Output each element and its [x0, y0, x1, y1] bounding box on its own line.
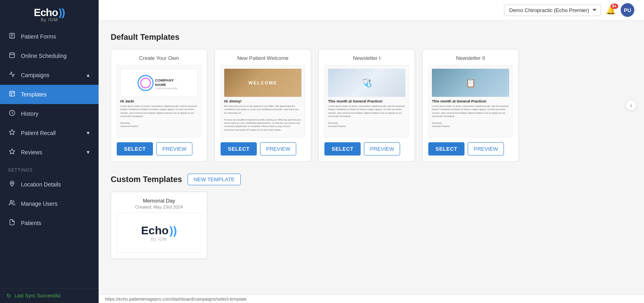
sidebar-item-templates[interactable]: Templates	[0, 85, 99, 104]
reviews-icon	[8, 148, 16, 156]
card2-actions: SELECT PREVIEW	[221, 142, 305, 156]
sidebar-label-location-details: Location Details	[21, 181, 61, 188]
card-preview-create-your-own: COMPANY NAME YOUR SLOGAN HERE Hi Jack! L…	[117, 65, 201, 137]
patient-recall-icon	[8, 129, 16, 137]
svg-point-14	[11, 182, 13, 184]
svg-rect-8	[10, 91, 14, 96]
sidebar-item-patients[interactable]: Patients	[0, 213, 99, 233]
select-button-newsletter-i[interactable]: SELECT	[324, 142, 361, 156]
card3-actions: SELECT PREVIEW	[324, 142, 409, 156]
content-area: Default Templates Create Your Own COMPAN…	[99, 20, 644, 295]
echo-logo-accent-in-card: ))	[169, 224, 177, 237]
svg-text:YOUR SLOGAN HERE: YOUR SLOGAN HERE	[155, 87, 178, 89]
card-title-create-your-own: Create Your Own	[117, 55, 201, 61]
sidebar-item-patient-forms[interactable]: Patient Forms	[0, 27, 99, 46]
status-url: https://echo.patientenagepro.com/dashboa…	[105, 297, 247, 301]
svg-text:NAME: NAME	[155, 82, 166, 86]
company-logo-preview: COMPANY NAME YOUR SLOGAN HERE	[120, 69, 198, 97]
default-templates-row-container: Create Your Own COMPANY NAME YOUR SLOGAN…	[111, 49, 632, 162]
svg-rect-4	[10, 53, 14, 58]
patients-icon	[8, 219, 16, 227]
templates-icon	[8, 90, 16, 98]
user-avatar-button[interactable]: PU	[621, 3, 634, 17]
card4-body: Lorem ipsum dolor sit amet, consectetur …	[432, 104, 509, 128]
online-scheduling-icon	[8, 52, 16, 60]
campaigns-icon	[8, 71, 16, 79]
new-template-button[interactable]: NEW TEMPLATE	[188, 174, 240, 185]
select-button-create-your-own[interactable]: SELECT	[117, 142, 153, 156]
template-card-newsletter-i: Newsletter I 🩺 This month at General Pra…	[318, 49, 415, 162]
location-select[interactable]: Demo Chiropractic (Echo Premier)	[504, 4, 601, 16]
card-preview-new-patient-welcome: WELCOME Hi Jimmy! We welcome you as a ne…	[221, 65, 305, 137]
preview-button-create-your-own[interactable]: PREVIEW	[156, 142, 192, 156]
stethoscope-image-1: 🩺	[328, 69, 405, 97]
custom-templates-title: Custom Templates	[111, 175, 182, 184]
select-button-newsletter-ii[interactable]: SELECT	[428, 142, 464, 156]
card2-body: We welcome you as a new patient to our o…	[224, 104, 301, 131]
svg-point-16	[138, 75, 153, 90]
sidebar-item-patient-recall[interactable]: Patient Recall ▼	[0, 123, 99, 143]
sidebar-label-history: History	[21, 111, 39, 117]
preview-button-new-patient-welcome[interactable]: PREVIEW	[260, 142, 296, 156]
settings-section-label: Settings	[0, 162, 99, 175]
card-title-new-patient-welcome: New Patient Welcome	[221, 55, 305, 61]
main-panel: Demo Chiropractic (Echo Premier) 🔔 9+ PU…	[99, 0, 644, 303]
card-preview-newsletter-i: 🩺 This month at General Practice! Lorem …	[324, 65, 409, 137]
preview-button-newsletter-ii[interactable]: PREVIEW	[468, 142, 504, 156]
svg-point-15	[10, 201, 12, 203]
default-templates-title: Default Templates	[111, 33, 632, 42]
sync-icon: ↻	[6, 293, 11, 299]
custom-card-title-memorial-day: Memorial Day	[117, 198, 201, 204]
history-icon	[8, 110, 16, 118]
card-title-newsletter-ii: Newsletter II	[428, 55, 513, 61]
svg-point-17	[141, 78, 151, 88]
card3-heading: This month at General Practice!	[328, 99, 405, 103]
sidebar-label-manage-users: Manage Users	[21, 201, 58, 207]
notifications-button[interactable]: 🔔 9+	[606, 5, 616, 15]
default-templates-row: Create Your Own COMPANY NAME YOUR SLOGAN…	[111, 49, 632, 162]
echo-logo-in-card: Echo	[141, 224, 168, 237]
logo-accent: ))	[59, 6, 65, 19]
card3-body: Lorem ipsum dolor sit amet, consectetur …	[328, 104, 405, 128]
custom-template-card-memorial-day: Memorial Day Created: May 23rd 2024 Echo…	[111, 192, 207, 259]
scroll-right-arrow[interactable]: ›	[625, 100, 637, 111]
template-card-create-your-own: Create Your Own COMPANY NAME YOUR SLOGAN…	[111, 49, 207, 162]
sync-status: ↻ Last Sync Successful	[0, 288, 99, 303]
campaigns-arrow: ▲	[86, 72, 91, 78]
card1-heading: Hi Jack!	[120, 99, 198, 103]
svg-text:COMPANY: COMPANY	[155, 78, 174, 82]
echo-sub-in-card: By IOM	[141, 237, 177, 242]
welcome-image: WELCOME	[224, 69, 301, 97]
notification-badge: 9+	[611, 4, 618, 9]
sidebar-item-online-scheduling[interactable]: Online Scheduling	[0, 46, 99, 66]
sidebar-label-reviews: Reviews	[21, 149, 42, 156]
statusbar: https://echo.patientenagepro.com/dashboa…	[99, 295, 644, 303]
location-details-icon	[8, 180, 16, 188]
sidebar-item-reviews[interactable]: Reviews ▼	[0, 143, 99, 162]
sidebar-logo: Echo )) By IOM	[0, 0, 99, 27]
topbar: Demo Chiropractic (Echo Premier) 🔔 9+ PU	[99, 0, 644, 20]
card1-actions: SELECT PREVIEW	[117, 142, 201, 156]
sidebar-label-patient-forms: Patient Forms	[21, 33, 56, 40]
preview-button-newsletter-i[interactable]: PREVIEW	[364, 142, 400, 156]
card-title-newsletter-i: Newsletter I	[324, 55, 409, 61]
sidebar-item-manage-users[interactable]: Manage Users	[0, 194, 99, 213]
sidebar-label-online-scheduling: Online Scheduling	[21, 53, 67, 59]
sync-status-text: Last Sync Successful	[14, 293, 60, 299]
custom-card-date-memorial-day: Created: May 23rd 2024	[117, 205, 201, 209]
card-preview-newsletter-ii: 📋 This month at General Practice! Lorem …	[428, 65, 513, 137]
svg-marker-12	[9, 129, 14, 135]
sidebar-item-history[interactable]: History	[0, 104, 99, 123]
patient-recall-arrow: ▼	[86, 130, 91, 136]
sidebar-item-campaigns[interactable]: Campaigns ▲	[0, 66, 99, 85]
card4-actions: SELECT PREVIEW	[428, 142, 513, 156]
patient-forms-icon	[8, 33, 16, 41]
sidebar: Echo )) By IOM Patient Forms Online Sche…	[0, 0, 99, 303]
card1-body: Lorem ipsum dolor sit amet, consectetur …	[120, 104, 198, 128]
manage-users-icon	[8, 200, 16, 208]
card4-heading: This month at General Practice!	[432, 99, 509, 103]
select-button-new-patient-welcome[interactable]: SELECT	[221, 142, 257, 156]
sidebar-item-location-details[interactable]: Location Details	[0, 175, 99, 194]
stethoscope-image-2: 📋	[432, 69, 509, 97]
sidebar-label-patient-recall: Patient Recall	[21, 130, 56, 136]
